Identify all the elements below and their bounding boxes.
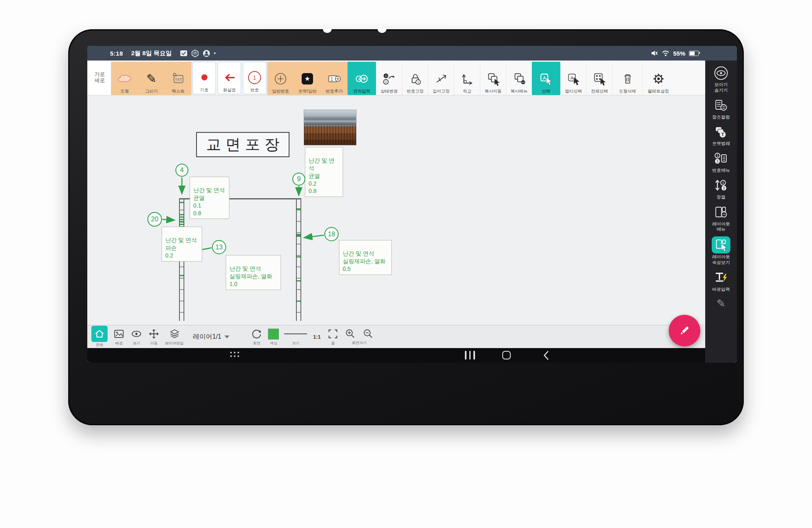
arrow-left-icon bbox=[222, 69, 237, 87]
marker-number: 20 bbox=[151, 216, 158, 223]
bottom-button-view[interactable]: 보기 bbox=[130, 327, 143, 346]
marker-4[interactable]: 4 bbox=[175, 164, 188, 177]
marker-number: 4 bbox=[180, 166, 184, 174]
zoom-out-icon[interactable] bbox=[362, 328, 374, 340]
toolbar-button-status-change[interactable]: 12 상태변경 bbox=[376, 62, 402, 95]
cloud-icon bbox=[117, 70, 132, 88]
bottom-button-background[interactable]: 배경 bbox=[113, 327, 125, 346]
svg-text:A: A bbox=[570, 75, 573, 80]
toolbar-button-palette-settings[interactable]: 팔레트설정 bbox=[642, 62, 674, 95]
recents-button[interactable] bbox=[465, 351, 475, 359]
toolbar-label: 기호 bbox=[200, 87, 209, 92]
battery-percent: 55% bbox=[673, 50, 685, 57]
toolbar-button-arrow[interactable]: 화살표 bbox=[218, 62, 241, 94]
toolbar-button-number[interactable]: 1 번호 bbox=[243, 62, 266, 94]
marker-13[interactable]: 13 bbox=[212, 240, 226, 254]
svg-text:TXT: TXT bbox=[175, 78, 182, 82]
sidebar-item-direct-input[interactable]: 바로입력 bbox=[705, 268, 737, 294]
sidebar-item-format-legend[interactable]: T 포맷범례 bbox=[705, 123, 737, 148]
bottom-button-zoom-fit[interactable]: 줌 bbox=[327, 327, 339, 346]
bottom-button-size[interactable]: 크기 bbox=[284, 327, 307, 346]
chevron-down-icon bbox=[225, 335, 229, 338]
status-bar[interactable]: 5:18 2월 8일 목요일 55% bbox=[87, 46, 737, 61]
toolbar-button-delete-shape[interactable]: 도형삭제 bbox=[612, 62, 642, 95]
toolbar-button-text[interactable]: TXT 텍스트 bbox=[165, 62, 192, 95]
toolbar-button-general-number[interactable]: 일반번호 bbox=[267, 62, 294, 95]
defect-note-4[interactable]: 난간 및 연석 균열 0.1 0.8 bbox=[190, 177, 229, 219]
sidebar-item-number-menu[interactable]: 12 번호메뉴 bbox=[705, 149, 737, 175]
toolbar-button-copy-move[interactable]: 복사이동 bbox=[480, 62, 506, 95]
copy-menu-icon bbox=[512, 70, 527, 88]
toolbar-button-select[interactable]: A 선택 bbox=[532, 62, 560, 95]
toolbar-button-symbol[interactable]: 기호 bbox=[192, 62, 216, 94]
toolbar-button-shape[interactable]: 도형 bbox=[111, 62, 138, 95]
toolbar-button-select-all[interactable]: 전체선택 bbox=[586, 62, 612, 95]
top-toolbar: 가로 세로 도형 ✎ 그리기 TXT 텍스트 bbox=[87, 61, 705, 95]
svg-text:1: 1 bbox=[722, 181, 724, 185]
toolbar-button-copy-menu[interactable]: 복사메뉴 bbox=[506, 62, 532, 95]
move-icon bbox=[148, 327, 160, 340]
zoom-in-icon[interactable] bbox=[344, 328, 356, 340]
svg-text:1: 1 bbox=[417, 80, 419, 84]
bottom-label: 레이어편집 bbox=[165, 341, 184, 346]
drawing-canvas[interactable]: 교면포장 난간 및 연석 균열 0.2 0.8 bbox=[87, 95, 705, 325]
number-add-icon: 1 bbox=[327, 70, 341, 88]
person-notification-icon bbox=[203, 50, 210, 57]
defect-note-20[interactable]: 난간 및 연석 파손 0.2 bbox=[162, 227, 202, 262]
toolbar-button-orientation[interactable]: 가로 세로 bbox=[89, 62, 111, 95]
bottom-button-screen-size[interactable]: 화면크기 bbox=[344, 328, 374, 346]
marker-20[interactable]: 20 bbox=[147, 212, 162, 227]
sidebar-item-reference-column[interactable]: 참조컬럼 bbox=[705, 96, 737, 121]
defect-note-photo[interactable]: 난간 및 연석 균열 0.2 0.8 bbox=[305, 147, 343, 197]
sidebar-label: 바로입력 bbox=[712, 287, 730, 292]
bottom-button-move[interactable]: 이동 bbox=[148, 327, 160, 346]
toolbar-button-continuous-input[interactable]: 1 연속입력 bbox=[348, 62, 376, 95]
marker-9[interactable]: 9 bbox=[292, 173, 305, 186]
right-railing[interactable] bbox=[296, 199, 301, 321]
green-mark bbox=[297, 280, 300, 281]
home-button[interactable] bbox=[502, 351, 511, 359]
toolbar-label: 번호추가 bbox=[326, 89, 343, 93]
toolbar-button-length-lock[interactable]: 길이고정 bbox=[428, 62, 454, 95]
defect-note-13[interactable]: 난간 및 연석 실링재파손, 열화 1.0 bbox=[226, 255, 281, 290]
sidebar-item-sort[interactable]: 12 정렬 bbox=[705, 176, 737, 201]
toolbar-button-number-lock[interactable]: 1 번호고정 bbox=[402, 62, 428, 95]
draw-fab-button[interactable] bbox=[669, 315, 700, 346]
sidebar-item-layout-menu[interactable]: 레이아웃 메뉴 bbox=[705, 203, 737, 234]
toolbar-label: 복사메뉴 bbox=[511, 89, 528, 93]
toolbar-button-ortho[interactable]: 직교 bbox=[454, 62, 480, 95]
layer-selector[interactable]: 레이어1/1 bbox=[193, 333, 229, 341]
green-mark bbox=[297, 301, 300, 302]
status-date: 2월 8일 목요일 bbox=[131, 50, 172, 57]
diagram-title-box[interactable]: 교면포장 bbox=[196, 132, 289, 157]
green-mark bbox=[180, 275, 184, 276]
bottom-label: 이동 bbox=[150, 341, 158, 346]
toolbar-label: 번호 bbox=[251, 87, 259, 92]
length-lock-icon bbox=[434, 70, 449, 88]
toolbar-label: 멀티선택 bbox=[565, 89, 582, 93]
stylus-pencil-icon[interactable]: ✎ bbox=[717, 297, 726, 310]
sidebar-item-show-hide[interactable]: 보이기 숨기기 bbox=[705, 64, 737, 95]
bottom-button-rotate[interactable]: 회전 bbox=[251, 327, 263, 346]
sidebar-item-layout-properties[interactable]: 레이아웃 속성보기 bbox=[705, 235, 737, 267]
gear-icon bbox=[651, 70, 666, 88]
toolbar-label: 복사이동 bbox=[485, 89, 502, 93]
mute-icon bbox=[651, 50, 658, 57]
circle-plus-icon bbox=[273, 70, 288, 88]
toolbar-button-format-general[interactable]: ★ 포맷/일반 bbox=[294, 62, 321, 95]
toolbar-button-multi-select[interactable]: A 멀티선택 bbox=[560, 62, 586, 95]
keyboard-dots-icon[interactable] bbox=[230, 352, 239, 357]
photo-thumbnail[interactable] bbox=[304, 110, 356, 145]
bottom-button-layer-edit[interactable]: 레이어편집 bbox=[165, 327, 184, 346]
marker-18[interactable]: 18 bbox=[324, 227, 339, 241]
toolbar-label: 연속입력 bbox=[353, 89, 370, 93]
toolbar-button-draw[interactable]: ✎ 그리기 bbox=[138, 62, 165, 95]
bottom-label: 화면크기 bbox=[352, 340, 367, 346]
bottom-button-color[interactable]: 색상 bbox=[268, 327, 279, 346]
toolbar-button-add-number[interactable]: 1 번호추가 bbox=[321, 62, 348, 95]
camera-notch bbox=[323, 29, 332, 33]
back-button[interactable] bbox=[541, 350, 552, 361]
android-nav-bar bbox=[87, 348, 705, 363]
defect-note-18[interactable]: 난간 및 연석 실링재파손, 열화 0.5 bbox=[339, 240, 392, 275]
bottom-button-fit-all[interactable]: 전체 bbox=[91, 326, 108, 348]
